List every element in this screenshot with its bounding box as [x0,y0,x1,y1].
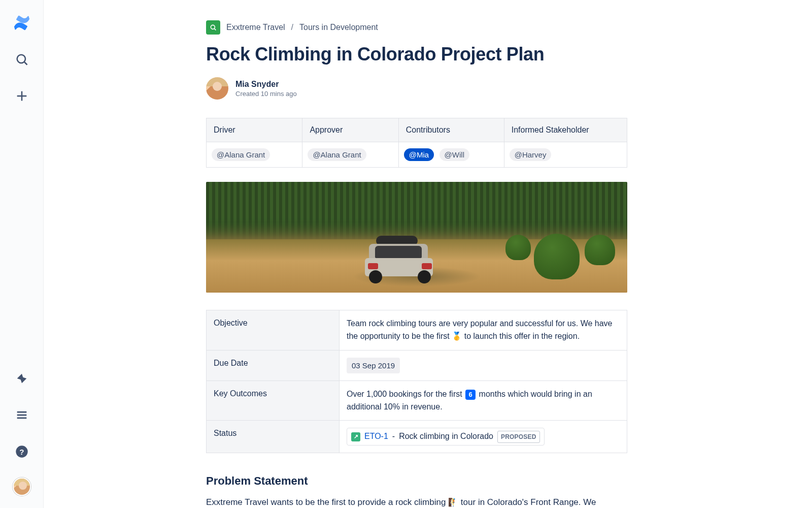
mention-contributor[interactable]: @Will [439,148,469,161]
status-lozenge: PROPOSED [497,431,540,443]
details-table: Objective Team rock climbing tours are v… [206,310,627,453]
linked-issue[interactable]: ↗ ETO-1 - Rock climbing in Colorado PROP… [347,428,545,446]
user-avatar[interactable] [13,478,31,496]
space-icon[interactable] [206,20,220,35]
people-header-driver: Driver [207,118,302,142]
author-avatar[interactable] [206,77,228,100]
climber-icon: 🧗 [448,498,458,506]
six-chip-icon: 6 [465,390,476,400]
details-value-objective: Team rock climbing tours are very popula… [340,310,627,351]
svg-line-10 [214,28,216,30]
issue-type-icon: ↗ [351,432,360,441]
people-table: Driver Approver Contributors Informed St… [206,118,627,168]
help-icon[interactable]: ? [11,441,32,462]
people-row: @Alana Grant @Alana Grant @Mia @Will @Ha… [207,142,627,168]
svg-line-1 [24,62,27,65]
people-header-stakeholder: Informed Stakeholder [504,118,627,142]
confluence-logo[interactable] [11,12,32,34]
discover-icon[interactable] [11,368,32,389]
medal-icon: 🥇 [452,330,462,343]
create-icon[interactable] [11,85,32,107]
car-illustration [362,236,438,283]
people-header-contributors: Contributors [398,118,504,142]
section-body: Exxtreme Travel wants to be the first to… [206,496,627,508]
details-label-status: Status [207,421,340,453]
due-date-chip[interactable]: 03 Sep 2019 [347,358,400,373]
mention-contributor-me[interactable]: @Mia [404,148,434,161]
mention-driver[interactable]: @Alana Grant [212,148,270,161]
details-label-outcomes: Key Outcomes [207,380,340,421]
breadcrumb-space[interactable]: Exxtreme Travel [226,23,285,32]
page-title: Rock Climbing in Colorado Project Plan [206,44,627,65]
hero-image [206,182,627,293]
issue-summary: Rock climbing in Colorado [399,430,493,443]
svg-text:?: ? [19,448,24,456]
page-byline: Mia Snyder Created 10 mins ago [206,77,627,100]
breadcrumb: Exxtreme Travel / Tours in Development [206,20,627,35]
global-sidebar: ? [0,0,44,508]
page-main: Exxtreme Travel / Tours in Development R… [44,0,812,508]
people-header-approver: Approver [302,118,398,142]
menu-icon[interactable] [11,404,32,426]
section-heading: Problem Statement [206,474,627,488]
mention-stakeholder[interactable]: @Harvey [510,148,552,161]
mention-approver[interactable]: @Alana Grant [308,148,366,161]
created-timestamp: Created 10 mins ago [235,90,297,98]
author-name[interactable]: Mia Snyder [235,80,297,89]
details-value-outcomes: Over 1,000 bookings for the first 6 mont… [340,380,627,421]
details-label-objective: Objective [207,310,340,351]
details-label-duedate: Due Date [207,350,340,380]
svg-point-0 [17,55,25,63]
search-icon[interactable] [11,49,32,70]
issue-key[interactable]: ETO-1 [364,430,388,443]
breadcrumb-separator: / [291,23,293,32]
breadcrumb-parent[interactable]: Tours in Development [299,23,378,32]
